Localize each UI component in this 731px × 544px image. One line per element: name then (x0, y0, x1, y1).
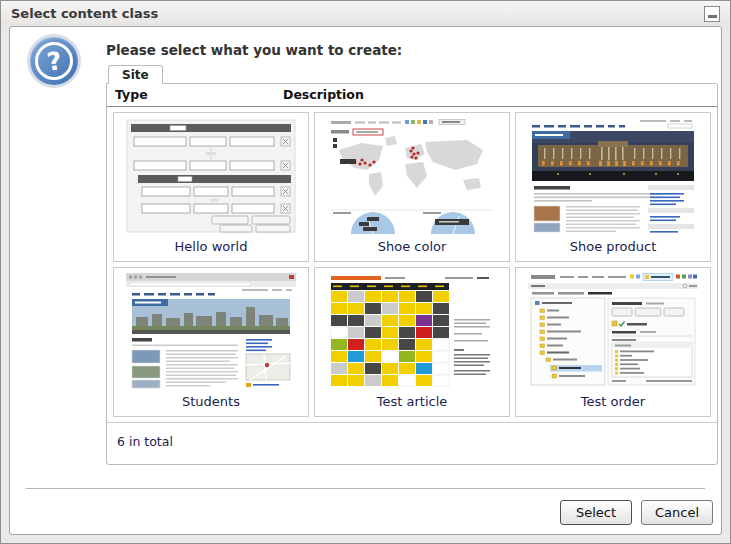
content-class-grid: Hello world (107, 107, 717, 422)
test-order-thumbnail (528, 273, 698, 389)
minimize-icon (708, 15, 717, 18)
dialog-body: ? Please select what you want to create:… (9, 26, 722, 535)
shoe-color-thumbnail (327, 118, 497, 234)
content-class-label: Test order (581, 394, 645, 409)
royal-palace-page-image (528, 118, 698, 234)
cancel-button[interactable]: Cancel (641, 500, 713, 525)
students-thumbnail (126, 273, 296, 389)
column-header-row: Type Description (107, 84, 717, 107)
total-count: 6 in total (107, 422, 717, 449)
dialog-heading: Please select what you want to create: (106, 42, 402, 58)
dialog-titlebar: Select content class (1, 1, 730, 25)
help-icon: ? (30, 37, 78, 85)
minimize-button[interactable] (704, 6, 720, 22)
content-class-item-hello-world[interactable]: Hello world (113, 112, 309, 262)
personalization-form-image (126, 118, 296, 234)
dialog-title: Select content class (11, 6, 158, 21)
tab-group: Site Type Description (106, 63, 718, 465)
shoe-product-thumbnail (528, 118, 698, 234)
content-class-item-shoe-product[interactable]: Shoe product (515, 112, 711, 262)
content-class-item-test-order[interactable]: Test order (515, 267, 711, 417)
city-panorama-page-image (126, 273, 296, 389)
content-class-item-shoe-color[interactable]: Shoe color (314, 112, 510, 262)
column-header-type: Type (115, 87, 148, 102)
content-class-label: Students (182, 394, 240, 409)
content-class-item-students[interactable]: Students (113, 267, 309, 417)
tab-site[interactable]: Site (108, 65, 163, 84)
timetable-image (327, 273, 497, 389)
hello-world-thumbnail (126, 118, 296, 234)
column-header-description: Description (283, 87, 364, 102)
content-class-label: Hello world (175, 239, 248, 254)
footer-divider (26, 488, 705, 489)
test-article-thumbnail (327, 273, 497, 389)
question-mark-glyph: ? (45, 48, 63, 75)
content-class-label: Test article (377, 394, 448, 409)
content-class-label: Shoe color (378, 239, 447, 254)
select-content-class-dialog: Select content class ? Please select wha… (0, 0, 731, 544)
content-class-label: Shoe product (570, 239, 657, 254)
action-buttons: Select Cancel (560, 500, 713, 525)
cms-admin-image (528, 273, 698, 389)
content-class-item-test-article[interactable]: Test article (314, 267, 510, 417)
select-button[interactable]: Select (560, 500, 632, 525)
visitor-map-image (327, 118, 497, 234)
tab-panel: Type Description (106, 83, 718, 465)
